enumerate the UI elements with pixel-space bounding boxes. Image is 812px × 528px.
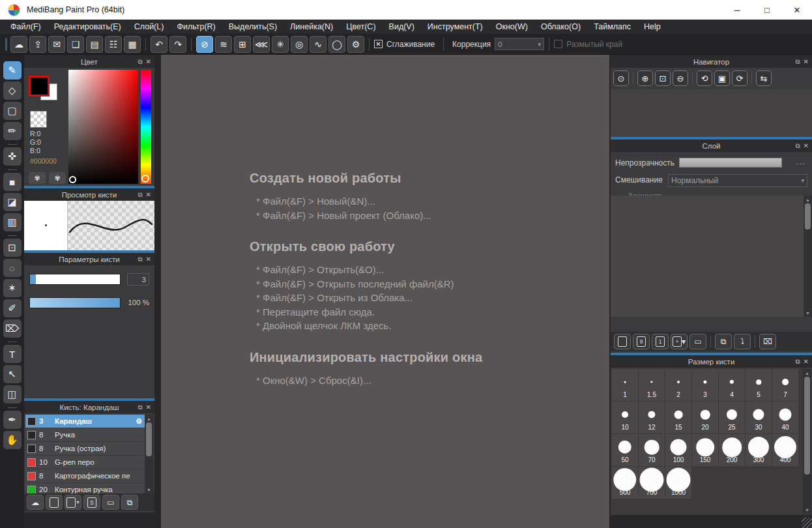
menu-cloud[interactable]: Облако(O): [534, 20, 587, 33]
menu-tool[interactable]: Инструмент(T): [421, 20, 489, 33]
scrollbar-thumb[interactable]: [146, 422, 152, 456]
blend-mode-dropdown[interactable]: Нормальный ▾: [668, 174, 807, 187]
panel-close-icon[interactable]: ✕: [146, 192, 151, 198]
move-tool[interactable]: ✜: [3, 147, 22, 166]
gradient-tool[interactable]: ▥: [3, 213, 22, 231]
menu-timelapse[interactable]: Таймлапс: [587, 20, 637, 33]
brush-size-cell[interactable]: 70: [639, 434, 665, 466]
brush-size-cell[interactable]: 700: [639, 467, 665, 499]
resize-grip[interactable]: [802, 518, 812, 528]
layer-opacity-slider[interactable]: [679, 158, 782, 168]
canvas-area[interactable]: Создать новой работы * Файл(&F) > Новый(…: [161, 55, 609, 528]
snap-off-button[interactable]: ⊘: [196, 36, 213, 53]
menu-file[interactable]: Файл(F): [4, 20, 48, 33]
add-layer-menu-button[interactable]: +▾: [671, 334, 688, 349]
brush-size-cell[interactable]: 300: [746, 434, 772, 466]
eraser-tool[interactable]: ◇: [3, 81, 22, 100]
brush-settings-gear-icon[interactable]: ⚙: [136, 417, 142, 426]
divide-tool[interactable]: ◫: [3, 385, 22, 403]
figure-tool[interactable]: ▢: [3, 102, 22, 120]
dot-pen-tool[interactable]: ✏: [3, 122, 22, 140]
blur-edge-checkbox[interactable]: [554, 40, 562, 48]
select-eraser-tool[interactable]: ⌦: [3, 319, 22, 338]
panel-float-icon[interactable]: ⧉: [138, 192, 142, 198]
snap-radial-button[interactable]: ✳: [272, 36, 289, 53]
undo-button[interactable]: ↶: [151, 36, 167, 53]
panel-float-icon[interactable]: ⧉: [795, 359, 800, 365]
palette-add-button[interactable]: ✾: [49, 172, 66, 184]
menu-view[interactable]: Вид(V): [383, 20, 421, 33]
menu-ruler[interactable]: Линейка(N): [283, 20, 340, 33]
eyedropper-tool[interactable]: ✒: [3, 411, 22, 429]
brush-script-button[interactable]: S: [83, 495, 100, 510]
palette-button[interactable]: ✾: [29, 172, 46, 184]
hue-slider[interactable]: [141, 70, 151, 184]
brush-list-item[interactable]: 3 Карандаш ⚙: [25, 415, 145, 428]
annotation-button[interactable]: ❏: [67, 36, 84, 53]
menu-filter[interactable]: Фильтр(R): [170, 20, 222, 33]
snap-curve-button[interactable]: ∿: [310, 36, 326, 53]
scroll-up-icon[interactable]: ▲: [805, 369, 809, 377]
panel-close-icon[interactable]: ✕: [804, 143, 809, 149]
layout-edit-button[interactable]: ▦: [124, 36, 141, 53]
zoom-reset-button[interactable]: ⊙: [613, 70, 629, 86]
fit-screen-button[interactable]: ⊡: [655, 70, 671, 86]
scroll-down-icon[interactable]: ▼: [805, 506, 809, 514]
panel-float-icon[interactable]: ⧉: [138, 404, 142, 411]
maximize-button[interactable]: □: [752, 0, 782, 20]
brush-list-item[interactable]: 8 Ручка (острая) ⚙: [25, 442, 145, 456]
panel-float-icon[interactable]: ⧉: [138, 59, 142, 65]
layer-list[interactable]: [611, 196, 804, 317]
brush-cloud-download-button[interactable]: ☁: [27, 495, 44, 510]
saturation-value-picker[interactable]: [68, 70, 138, 184]
menu-help[interactable]: Help: [637, 20, 667, 33]
zoom-out-button[interactable]: ⊖: [673, 70, 688, 86]
minimize-button[interactable]: ─: [722, 0, 752, 20]
brush-size-cell[interactable]: 1000: [665, 467, 691, 499]
scroll-down-icon[interactable]: ▼: [805, 309, 810, 317]
material-list-button[interactable]: ☷: [105, 36, 122, 53]
comment-button[interactable]: ✉: [48, 36, 65, 53]
document-button[interactable]: ▤: [86, 36, 103, 53]
magic-wand-tool[interactable]: ✶: [3, 279, 22, 297]
new-8bit-layer-button[interactable]: 8: [633, 334, 650, 349]
brush-list-item[interactable]: 20 Контурная ручка ⚙: [25, 483, 145, 493]
snap-concentric-button[interactable]: ◎: [291, 36, 308, 53]
brush-size-cell[interactable]: 400: [772, 434, 798, 466]
transparent-color-swatch[interactable]: [30, 111, 47, 128]
brush-size-cell[interactable]: 20: [692, 402, 718, 433]
menu-layer[interactable]: Слой(L): [128, 20, 171, 33]
brush-size-scrollbar[interactable]: ▲ ▼: [803, 369, 811, 514]
scrollbar-thumb[interactable]: [804, 377, 810, 475]
brush-size-cell[interactable]: 50: [612, 434, 638, 466]
reset-rotation-button[interactable]: ▣: [714, 70, 730, 86]
bucket-tool[interactable]: ◪: [3, 193, 22, 211]
new-layer-button[interactable]: [614, 334, 631, 349]
panel-close-icon[interactable]: ✕: [146, 256, 151, 263]
snap-parallel-button[interactable]: ≋: [215, 36, 232, 53]
snap-ellipse-button[interactable]: ◯: [328, 36, 345, 53]
panel-close-icon[interactable]: ✕: [804, 359, 809, 365]
menu-color[interactable]: Цвет(C): [340, 20, 382, 33]
brush-size-cell[interactable]: 10: [612, 402, 638, 433]
rotate-ccw-button[interactable]: ⟲: [697, 70, 712, 86]
duplicate-layer-button[interactable]: ⧉: [715, 334, 732, 349]
correction-dropdown[interactable]: 0 ▾: [495, 38, 544, 50]
brush-size-cell[interactable]: 15: [665, 402, 691, 433]
panel-float-icon[interactable]: ⧉: [795, 143, 800, 149]
brush-size-cell[interactable]: 5: [746, 369, 772, 401]
brush-size-cell[interactable]: 2: [665, 369, 691, 401]
snap-vanishing-button[interactable]: ⋘: [253, 36, 270, 53]
scroll-up-icon[interactable]: ▲: [147, 415, 151, 422]
merge-layer-button[interactable]: ⤵: [734, 334, 751, 349]
close-button[interactable]: ✕: [782, 0, 812, 20]
brush-size-cell[interactable]: 100: [665, 434, 691, 466]
flip-horizontal-button[interactable]: ⇆: [756, 70, 772, 86]
select-pen-tool[interactable]: ✐: [3, 299, 22, 317]
panel-float-icon[interactable]: ⧉: [795, 59, 800, 65]
brush-duplicate-button[interactable]: ⧉: [121, 495, 138, 510]
brush-add-menu-button[interactable]: ▾: [65, 495, 81, 510]
brush-size-cell[interactable]: 4: [719, 369, 745, 401]
smoothing-checkbox[interactable]: ✕: [374, 40, 383, 48]
redo-button[interactable]: ↷: [169, 36, 186, 53]
